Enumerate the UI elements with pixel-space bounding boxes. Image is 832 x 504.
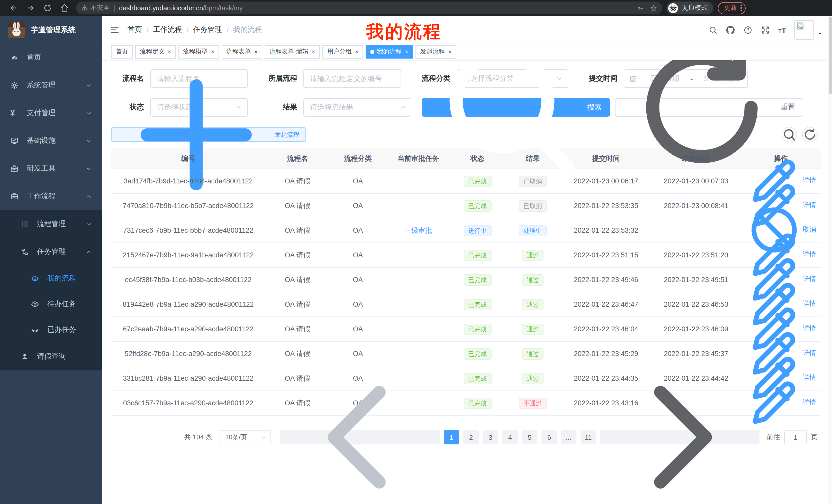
reset-button-label: 重置 — [781, 103, 795, 112]
help-icon[interactable] — [743, 25, 752, 34]
tab-首页[interactable]: 首页 — [111, 45, 133, 58]
gear-icon — [10, 81, 19, 89]
page-button-5[interactable]: 5 — [522, 430, 537, 444]
cell-id: ec45f38f-7b9a-11ec-b03b-acde48001122 — [111, 276, 265, 284]
avatar-caret-icon[interactable] — [817, 31, 823, 36]
cell-id: 67c2eaab-7b9a-11ec-a290-acde48001122 — [111, 325, 265, 333]
breadcrumb-separator: / — [147, 26, 149, 34]
search-button[interactable]: 搜索 — [422, 98, 610, 117]
page-button-2[interactable]: 2 — [463, 430, 479, 444]
cell-process-name: OA 请假 — [265, 300, 330, 309]
sidebar-item-已办任务[interactable]: 已办任务 — [0, 317, 102, 343]
refresh-table-button[interactable] — [802, 127, 817, 142]
result-badge: 通过 — [522, 249, 544, 261]
table-row: 819442e8-7b9a-11ec-a290-acde48001122OA 请… — [111, 292, 821, 317]
scrollbar-thumb[interactable] — [829, 17, 832, 94]
tab-发起流程[interactable]: 发起流程× — [415, 45, 456, 58]
sidebar-item-研发工具[interactable]: 研发工具 — [0, 155, 102, 183]
app-logo-row[interactable]: 芋道管理系统 — [0, 16, 102, 44]
sidebar-item-首页[interactable]: 首页 — [0, 44, 102, 72]
goto-page-input[interactable] — [784, 430, 807, 444]
cell-submit-time: 2022-01-22 23:46:47 — [561, 301, 651, 308]
font-size-icon[interactable]: TT — [778, 26, 786, 34]
sidebar-item-label: 工作流程 — [27, 192, 55, 201]
sidebar-item-我的流程[interactable]: 我的流程 — [0, 265, 102, 291]
filter-result-select[interactable]: 请选择流结果 — [303, 98, 411, 117]
close-icon[interactable]: × — [211, 49, 214, 55]
tags-view: 首页流程定义×流程模型×流程表单×流程表单-编辑×用户分组×我的流程×发起流程× — [102, 44, 828, 60]
page-button-11[interactable]: 11 — [580, 430, 596, 444]
cell-status: 已完成 — [450, 175, 504, 187]
page-button-4[interactable]: 4 — [502, 430, 518, 444]
page-button-1[interactable]: 1 — [444, 430, 459, 444]
bookmark-star-icon[interactable] — [650, 4, 657, 11]
github-icon[interactable] — [726, 25, 734, 34]
breadcrumb-item[interactable]: 工作流程 — [153, 25, 182, 34]
page-annotation: 我的流程 — [366, 20, 442, 44]
sidebar-item-支付管理[interactable]: ¥支付管理 — [0, 99, 102, 127]
close-icon[interactable]: × — [355, 49, 358, 55]
close-icon[interactable]: × — [312, 49, 315, 55]
close-icon[interactable]: × — [448, 49, 451, 55]
sidebar-item-工作流程[interactable]: 工作流程 — [0, 183, 102, 210]
fullscreen-icon[interactable] — [761, 25, 770, 34]
current-task-link[interactable]: 一级审批 — [405, 226, 432, 234]
cell-submit-time: 2022-01-22 23:51:15 — [561, 251, 651, 259]
sidebar-item-请假查询[interactable]: 请假查询 — [0, 343, 102, 370]
avatar[interactable] — [795, 20, 814, 39]
browser-menu-icon[interactable] — [740, 5, 742, 11]
home-icon[interactable] — [60, 4, 69, 12]
breadcrumb-item[interactable]: 首页 — [128, 25, 142, 34]
page-button-6[interactable]: 6 — [542, 430, 557, 444]
reset-button[interactable]: 重置 — [615, 98, 803, 117]
key-icon[interactable] — [636, 4, 644, 11]
cell-submit-time: 2022-01-22 23:49:46 — [561, 276, 651, 284]
close-icon[interactable]: × — [254, 49, 258, 55]
tab-流程定义[interactable]: 流程定义× — [135, 45, 176, 58]
create-process-button[interactable]: 发起流程 — [111, 128, 306, 142]
create-process-label: 发起流程 — [275, 130, 299, 139]
page-size-select[interactable]: 10条/页 — [219, 430, 271, 444]
page-button-3[interactable]: 3 — [483, 430, 498, 444]
address-bar[interactable]: 不安全 dashboard.yudao.iocoder.cn /bpm/task… — [76, 2, 662, 15]
close-icon[interactable]: × — [405, 49, 408, 55]
forward-icon[interactable] — [26, 4, 35, 12]
header-search-icon[interactable] — [708, 25, 717, 34]
eye-closed-icon — [31, 326, 39, 334]
show-search-button[interactable] — [782, 127, 797, 142]
cell-status: 已完成 — [450, 200, 504, 212]
sidebar-item-流程管理[interactable]: 流程管理 — [0, 210, 102, 238]
cell-submit-time: 2022-01-22 23:53:35 — [561, 202, 651, 209]
prev-page-button[interactable] — [280, 430, 440, 444]
cell-id: 7470a810-7b9b-11ec-b5b7-acde48001122 — [111, 202, 265, 209]
table-row: 2152467e-7b9b-11ec-9a1b-acde48001122OA 请… — [111, 243, 821, 268]
tab-流程模型[interactable]: 流程模型× — [178, 45, 219, 58]
page-scrollbar[interactable] — [828, 16, 832, 504]
security-label[interactable]: 不安全 — [90, 4, 110, 12]
back-icon[interactable] — [9, 4, 18, 12]
sidebar-item-待办任务[interactable]: 待办任务 — [0, 291, 102, 317]
reload-icon[interactable] — [43, 4, 52, 12]
toolbox-icon — [10, 164, 19, 173]
next-page-button[interactable] — [600, 430, 759, 444]
cell-status: 已完成 — [450, 397, 504, 409]
filter-definition-input[interactable] — [303, 69, 401, 88]
cell-category: OA — [330, 251, 386, 259]
table-row: ec45f38f-7b9a-11ec-b03b-acde48001122OA 请… — [111, 268, 821, 292]
sidebar-item-任务管理[interactable]: 任务管理 — [0, 238, 102, 265]
sidebar-item-系统管理[interactable]: 系统管理 — [0, 72, 102, 99]
more-pages-button[interactable]: ... — [561, 430, 576, 444]
tab-用户分组[interactable]: 用户分组× — [322, 45, 363, 58]
browser-update-button[interactable]: 更新 — [718, 2, 745, 14]
tab-流程表单-编辑[interactable]: 流程表单-编辑× — [265, 45, 320, 58]
tab-流程表单[interactable]: 流程表单× — [222, 45, 262, 58]
tab-我的流程[interactable]: 我的流程× — [366, 45, 413, 58]
cell-status: 已完成 — [450, 299, 504, 310]
chevron-down-icon — [399, 104, 406, 110]
sidebar-item-基础设施[interactable]: 基础设施 — [0, 127, 102, 155]
breadcrumb-item[interactable]: 任务管理 — [193, 25, 222, 34]
chevron-down-icon — [86, 221, 92, 227]
cell-result: 通过 — [504, 299, 561, 310]
close-icon[interactable]: × — [167, 49, 171, 55]
hamburger-icon[interactable] — [110, 25, 119, 34]
